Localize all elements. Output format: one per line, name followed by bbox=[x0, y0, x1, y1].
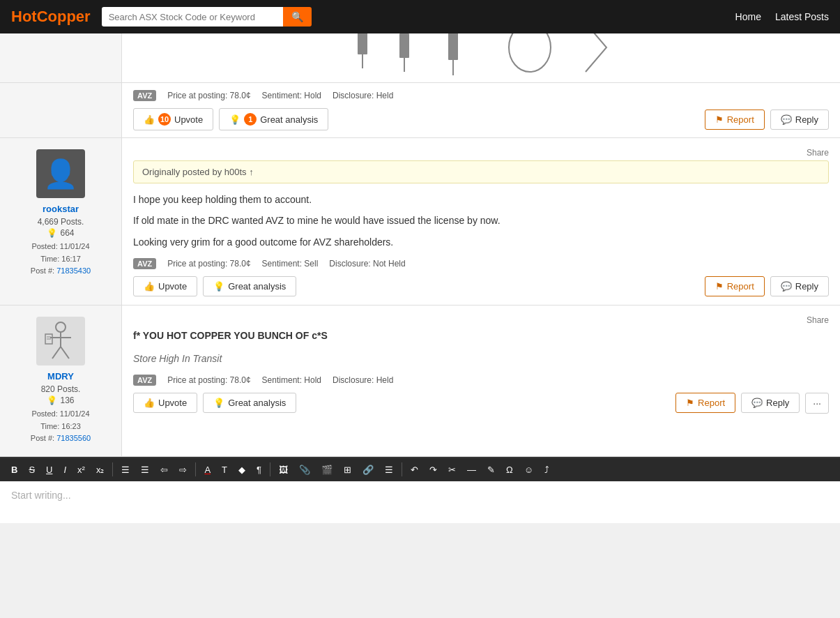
great-analysis-label: Great analysis bbox=[260, 114, 318, 125]
toolbar-divider3 bbox=[270, 462, 270, 476]
nav-home[interactable]: Home bbox=[735, 11, 761, 22]
toolbar-ul[interactable]: ☰ bbox=[137, 462, 153, 477]
post1-line1: I hope you keep holding them to account. bbox=[133, 192, 829, 207]
post2-text: f* YOU HOT COPPER YOU BUNCH OF c*S Store… bbox=[133, 328, 829, 366]
toolbar-font-size[interactable]: T bbox=[217, 462, 231, 477]
post2-avatar bbox=[36, 317, 85, 365]
toolbar-paragraph[interactable]: ¶ bbox=[252, 462, 266, 477]
logo[interactable]: HotCopper bbox=[11, 8, 91, 26]
post2-reply-icon: 💬 bbox=[751, 398, 763, 408]
post2-report-icon: ⚑ bbox=[686, 398, 694, 408]
toolbar-table[interactable]: ⊞ bbox=[339, 462, 356, 477]
toolbar-divider2 bbox=[195, 462, 196, 476]
upvote-label: Upvote bbox=[174, 114, 203, 125]
post2-more-button[interactable]: ··· bbox=[805, 393, 829, 414]
post1-likes: 💡 664 bbox=[47, 228, 74, 238]
post1-share-button[interactable]: Share bbox=[807, 148, 829, 158]
toolbar-ol[interactable]: ☰ bbox=[117, 462, 134, 477]
toolbar-emoji[interactable]: ☺ bbox=[520, 462, 537, 477]
toolbar-superscript[interactable]: x² bbox=[73, 462, 89, 477]
post2-great-analysis-button[interactable]: 💡 Great analysis bbox=[203, 393, 296, 413]
post1-reply-icon: 💬 bbox=[781, 281, 792, 292]
post2-likes-count: 136 bbox=[60, 395, 74, 405]
toolbar-brush[interactable]: ✎ bbox=[483, 462, 499, 477]
great-analysis-count: 1 bbox=[244, 113, 257, 126]
toolbar-strikethrough[interactable]: S bbox=[24, 462, 39, 477]
svg-line-10 bbox=[52, 347, 61, 359]
post1-upvote-button[interactable]: 👍 Upvote bbox=[133, 276, 197, 296]
first-post-report-button[interactable]: ⚑ Report bbox=[705, 110, 765, 130]
post2-share-button[interactable]: Share bbox=[807, 315, 829, 325]
first-post-stock-info: AVZ Price at posting: 78.0¢ Sentiment: H… bbox=[133, 90, 829, 101]
post1-thumb-icon: 👍 bbox=[144, 281, 155, 292]
post1-stock-badge: AVZ bbox=[133, 258, 156, 269]
first-post-upvote-button[interactable]: 👍 10 Upvote bbox=[133, 108, 213, 130]
post1-line2: If old mate in the DRC wanted AVZ to min… bbox=[133, 213, 829, 228]
post1-username[interactable]: rookstar bbox=[43, 204, 79, 214]
post2-upvote-button[interactable]: 👍 Upvote bbox=[133, 393, 197, 413]
toolbar-align[interactable]: ☰ bbox=[381, 462, 397, 477]
toolbar-indent[interactable]: ⇨ bbox=[175, 462, 191, 477]
svg-rect-3 bbox=[399, 33, 409, 58]
search-button[interactable]: 🔍 bbox=[283, 7, 312, 27]
toolbar-redo[interactable]: ↷ bbox=[425, 462, 441, 477]
search-input[interactable] bbox=[102, 7, 283, 27]
post1-meta: Posted: 11/01/24 Time: 16:17 Post #: 718… bbox=[31, 241, 91, 278]
editor-input[interactable]: Start writing... bbox=[0, 481, 840, 523]
post2-container: MDRY 820 Posts. 💡 136 Posted: 11/01/24 T… bbox=[0, 306, 840, 457]
reply-icon: 💬 bbox=[781, 114, 792, 125]
post2-username[interactable]: MDRY bbox=[47, 371, 74, 382]
post1-post-link[interactable]: 71835430 bbox=[56, 266, 91, 275]
post1-report-button[interactable]: ⚑ Report bbox=[705, 276, 765, 296]
post2-posted-date: Posted: 11/01/24 bbox=[31, 408, 91, 421]
toolbar-bold[interactable]: B bbox=[7, 462, 22, 477]
toolbar-underline[interactable]: U bbox=[42, 462, 56, 477]
toolbar-image[interactable]: 🖼 bbox=[275, 462, 292, 477]
first-post-reply-button[interactable]: 💬 Reply bbox=[770, 110, 829, 130]
report-label: Report bbox=[727, 114, 754, 125]
toolbar-font-color[interactable]: A bbox=[200, 462, 215, 477]
first-post-price: Price at posting: 78.0¢ bbox=[167, 91, 250, 100]
post2-reply-button[interactable]: 💬 Reply bbox=[741, 393, 800, 413]
post2-report-button[interactable]: ⚑ Report bbox=[675, 393, 735, 413]
toolbar-attach[interactable]: 📎 bbox=[295, 462, 314, 477]
first-post-stock-badge: AVZ bbox=[133, 90, 156, 101]
post2-sentiment: Sentiment: Hold bbox=[262, 375, 321, 385]
post2-italic-line: Store High In Transit bbox=[133, 351, 829, 366]
post1-line3: Looking very grim for a good outcome for… bbox=[133, 234, 829, 250]
post2-thumb-icon: 👍 bbox=[144, 398, 155, 408]
post1-body: Share Originally posted by h00ts ↑ I hop… bbox=[122, 138, 840, 305]
first-post-sentiment: Sentiment: Hold bbox=[262, 91, 321, 100]
editor-toolbar: B S U I x² x₂ ☰ ☰ ⇦ ⇨ A T ◆ ¶ 🖼 📎 🎬 ⊞ 🔗 … bbox=[0, 458, 840, 481]
toolbar-omega[interactable]: Ω bbox=[502, 462, 517, 477]
post1-stock-info: AVZ Price at posting: 78.0¢ Sentiment: S… bbox=[133, 258, 829, 269]
toolbar-link[interactable]: 🔗 bbox=[358, 462, 378, 477]
toolbar-divider1 bbox=[112, 462, 113, 476]
nav-latest-posts[interactable]: Latest Posts bbox=[775, 11, 829, 22]
toolbar-fullscreen[interactable]: ⤴ bbox=[540, 462, 553, 477]
first-post-great-analysis-button[interactable]: 💡 1 Great analysis bbox=[219, 108, 328, 130]
lightbulb-small-icon: 💡 bbox=[47, 228, 57, 238]
toolbar-cut[interactable]: ✂ bbox=[444, 462, 460, 477]
first-post-disclosure: Disclosure: Held bbox=[333, 91, 393, 100]
report-icon: ⚑ bbox=[715, 114, 724, 125]
post1-reply-button[interactable]: 💬 Reply bbox=[770, 276, 829, 296]
first-post-footer: AVZ Price at posting: 78.0¢ Sentiment: H… bbox=[0, 83, 840, 138]
toolbar-outdent[interactable]: ⇦ bbox=[156, 462, 172, 477]
thumb-icon: 👍 bbox=[144, 114, 155, 125]
toolbar-subscript[interactable]: x₂ bbox=[92, 462, 109, 477]
post2-post-link[interactable]: 71835560 bbox=[56, 434, 91, 442]
toolbar-italic[interactable]: I bbox=[59, 462, 70, 477]
post2-reply-label: Reply bbox=[766, 398, 789, 408]
post1-actions: 👍 Upvote 💡 Great analysis ⚑ Report 💬 Rep… bbox=[133, 276, 829, 296]
post1-report-icon: ⚑ bbox=[715, 281, 724, 292]
toolbar-hr[interactable]: — bbox=[463, 462, 480, 477]
post1-sentiment: Sentiment: Sell bbox=[262, 259, 319, 269]
toolbar-video[interactable]: 🎬 bbox=[317, 462, 337, 477]
toolbar-highlight[interactable]: ◆ bbox=[234, 462, 250, 477]
post2-price: Price at posting: 78.0¢ bbox=[167, 375, 250, 385]
post1-great-analysis-button[interactable]: 💡 Great analysis bbox=[203, 276, 296, 296]
toolbar-undo[interactable]: ↶ bbox=[406, 462, 422, 477]
post1-avatar-icon: 👤 bbox=[43, 158, 78, 190]
header: HotCopper 🔍 Home Latest Posts bbox=[0, 0, 840, 33]
